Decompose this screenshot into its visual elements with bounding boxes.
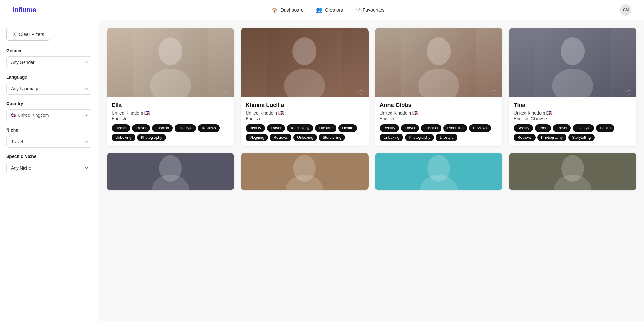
favourite-button-tina[interactable]: ♡: [626, 89, 632, 97]
favourite-button-ella[interactable]: ♡: [224, 89, 230, 97]
country-select[interactable]: 🇬🇧 United Kingdom 🇺🇸 United States 🇫🇷 Fr…: [6, 109, 92, 121]
tag-photography: Photography: [537, 134, 566, 141]
creator-card-ella[interactable]: ♡ Ella United Kingdom 🇬🇧 English HealthT…: [107, 28, 234, 146]
creator-language-ella: English: [112, 116, 229, 121]
tag-travel: Travel: [132, 124, 150, 132]
tag-reviews: Reviews: [514, 134, 536, 141]
user-avatar[interactable]: CN: [620, 4, 631, 16]
filter-country-label: Country: [6, 101, 92, 106]
tag-storytelling: Storytelling: [568, 134, 594, 141]
filter-specific-niche-label: Specific Niche: [6, 154, 92, 159]
filter-gender-label: Gender: [6, 48, 92, 53]
creator-country-kianna: United Kingdom 🇬🇧: [246, 110, 363, 115]
svg-point-10: [561, 37, 585, 65]
niche-select[interactable]: Any Niche Travel Beauty Fashion Health: [6, 136, 92, 148]
creators-icon: 👥: [316, 7, 322, 13]
creator-language-anna: English: [380, 116, 497, 121]
creator-name-kianna: Kianna Lucilla: [246, 102, 363, 109]
filter-niche: Niche Any Niche Travel Beauty Fashion He…: [6, 127, 92, 148]
tag-travel: Travel: [401, 124, 419, 132]
creator-card-kianna[interactable]: ♡ Kianna Lucilla United Kingdom 🇬🇧 Engli…: [241, 28, 368, 146]
tag-lifestyle: Lifestyle: [436, 134, 457, 141]
tag-lifestyle: Lifestyle: [573, 124, 594, 132]
creator-name-tina: Tina: [514, 102, 631, 109]
filter-language: Language Any Language English French Spa…: [6, 75, 92, 95]
svg-point-4: [292, 37, 316, 65]
creators-content: ♡ Ella United Kingdom 🇬🇧 English HealthT…: [99, 20, 644, 321]
card-body-tina: ♡ Tina United Kingdom 🇬🇧 English, Chines…: [509, 97, 636, 146]
tag-travel: Travel: [553, 124, 571, 132]
tag-fashion: Fashion: [152, 124, 173, 132]
tag-unboxing: Unboxing: [380, 134, 403, 141]
creator-photo-tina: [509, 28, 636, 97]
creators-grid: ♡ Ella United Kingdom 🇬🇧 English HealthT…: [107, 28, 636, 190]
creator-country-ella: United Kingdom 🇬🇧: [112, 110, 229, 115]
nav-dashboard[interactable]: 🏠 Dashboard: [272, 7, 303, 13]
svg-point-1: [158, 37, 182, 65]
card-body-ella: ♡ Ella United Kingdom 🇬🇧 English HealthT…: [107, 97, 234, 146]
partial-photo-2: [375, 153, 502, 190]
logo: influme: [13, 6, 36, 14]
tag-photography: Photography: [405, 134, 434, 141]
creator-card-anna[interactable]: ♡ Anna Gibbs United Kingdom 🇬🇧 English B…: [375, 28, 502, 146]
nav-favourites[interactable]: ♡ Favourites: [356, 7, 385, 13]
creator-tags-kianna: BeautyTravelTechnologyLifestyleHealthVlo…: [246, 124, 363, 141]
filter-country: Country 🇬🇧 United Kingdom 🇺🇸 United Stat…: [6, 101, 92, 121]
creator-country-tina: United Kingdom 🇬🇧: [514, 110, 631, 115]
creator-name-anna: Anna Gibbs: [380, 102, 497, 109]
tag-unboxing: Unboxing: [293, 134, 317, 141]
filter-specific-niche: Specific Niche Any Niche Photography Lif…: [6, 154, 92, 174]
tag-beauty: Beauty: [380, 124, 399, 132]
creator-card-row2-2[interactable]: [375, 153, 502, 190]
creator-card-tina[interactable]: ♡ Tina United Kingdom 🇬🇧 English, Chines…: [509, 28, 636, 146]
creator-photo-kianna: [241, 28, 368, 97]
creator-country-anna: United Kingdom 🇬🇧: [380, 110, 497, 115]
tag-reviews: Reviews: [270, 134, 291, 141]
sidebar: ✕ Clear Filters Gender Any Gender Male F…: [0, 20, 99, 321]
favourite-button-kianna[interactable]: ♡: [358, 89, 364, 97]
close-icon: ✕: [12, 31, 16, 37]
app-container: influme 🏠 Dashboard 👥 Creators ♡ Favouri…: [0, 0, 644, 321]
nav-creators[interactable]: 👥 Creators: [316, 7, 343, 13]
creator-language-kianna: English: [246, 116, 363, 121]
tag-health: Health: [596, 124, 614, 132]
tag-travel: Travel: [267, 124, 285, 132]
main-nav: 🏠 Dashboard 👥 Creators ♡ Favourites: [272, 7, 385, 13]
tag-beauty: Beauty: [514, 124, 533, 132]
language-select[interactable]: Any Language English French Spanish: [6, 83, 92, 95]
creator-photo-anna: [375, 28, 502, 97]
filter-language-label: Language: [6, 75, 92, 80]
card-body-anna: ♡ Anna Gibbs United Kingdom 🇬🇧 English B…: [375, 97, 502, 146]
filter-gender: Gender Any Gender Male Female Non-binary: [6, 48, 92, 68]
partial-photo-1: [241, 153, 368, 190]
gender-select[interactable]: Any Gender Male Female Non-binary: [6, 56, 92, 68]
svg-point-7: [427, 37, 451, 65]
specific-niche-select[interactable]: Any Niche Photography Lifestyle Vlogging: [6, 162, 92, 174]
tag-photography: Photography: [137, 134, 166, 141]
creator-card-row2-0[interactable]: [107, 153, 234, 190]
tag-reviews: Reviews: [469, 124, 491, 132]
tag-lifestyle: Lifestyle: [175, 124, 196, 132]
tag-storytelling: Storytelling: [319, 134, 345, 141]
favourite-button-anna[interactable]: ♡: [492, 89, 498, 97]
tag-health: Health: [338, 124, 357, 132]
main-layout: ✕ Clear Filters Gender Any Gender Male F…: [0, 20, 644, 321]
tag-beauty: Beauty: [246, 124, 265, 132]
clear-filters-button[interactable]: ✕ Clear Filters: [6, 28, 50, 41]
tag-food: Food: [535, 124, 551, 132]
creator-tags-ella: HealthTravelFashionLifestyleReviewsUnbox…: [112, 124, 229, 141]
creator-name-ella: Ella: [112, 102, 229, 109]
creator-photo-ella: [107, 28, 234, 97]
tag-technology: Technology: [287, 124, 314, 132]
heart-icon: ♡: [356, 7, 360, 13]
card-body-kianna: ♡ Kianna Lucilla United Kingdom 🇬🇧 Engli…: [241, 97, 368, 146]
creator-card-row2-3[interactable]: [509, 153, 636, 190]
creator-language-tina: English, Chinese: [514, 116, 631, 121]
tag-unboxing: Unboxing: [112, 134, 135, 141]
creator-card-row2-1[interactable]: [241, 153, 368, 190]
topbar: influme 🏠 Dashboard 👥 Creators ♡ Favouri…: [0, 0, 644, 20]
tag-parenting: Parenting: [443, 124, 467, 132]
home-icon: 🏠: [272, 7, 278, 13]
partial-photo-3: [509, 153, 636, 190]
partial-photo-0: [107, 153, 234, 190]
